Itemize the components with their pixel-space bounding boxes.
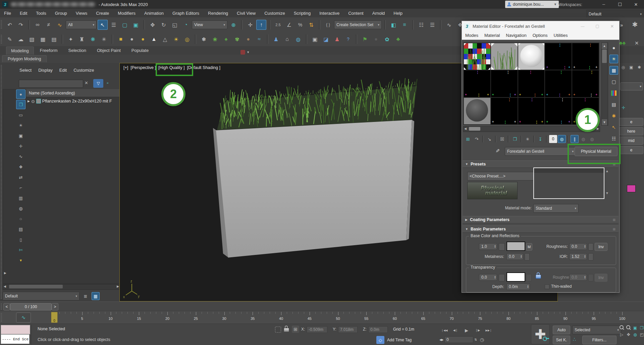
scroll-right-icon[interactable]: ▶ [597,127,599,130]
image-icon[interactable]: ▧ [27,34,37,44]
notes-icon[interactable]: ▯ [16,235,25,244]
reset-map-icon[interactable]: ☒ [498,135,506,143]
primitive-button-fragment[interactable]: e [619,146,643,154]
me-minimize-button[interactable]: — [578,21,588,31]
reference-coordinate-system-dropdown[interactable]: View▾ [192,20,227,29]
display-xrefs-icon[interactable]: ⇄ [16,172,25,182]
material-map-navigator-icon[interactable]: ☷ [609,134,618,143]
me-menu-options[interactable]: Options [533,33,548,38]
column-header-name[interactable]: Name (Sorted Ascending) [26,89,122,97]
material-mode-dropdown[interactable]: Standard▾ [533,204,579,213]
material-sample-slot-11[interactable] [464,98,490,124]
scroll-left-icon[interactable]: ◀ [4,285,6,288]
scroll-down-icon[interactable]: ▼ [605,191,609,195]
chevron-right-icon[interactable]: » [107,81,108,85]
me-menu-material[interactable]: Material [484,33,500,38]
material-sample-slot-9[interactable]: ¦++¦ [545,70,572,97]
selected-key-set-dropdown[interactable]: Selected▾ [572,326,621,334]
display-spacewarps-icon[interactable]: ∿ [16,152,25,161]
key-filters-button[interactable]: Filters... [582,336,616,344]
keyboard-shortcut-override-icon[interactable]: ↑ [256,20,266,30]
select-and-place-icon[interactable]: ◔ [181,20,191,30]
base-weight-map-button[interactable] [499,243,505,251]
tab-polygon-modeling[interactable]: Polygon Modeling [2,55,47,62]
named-selection-set-dropdown[interactable]: Create Selection Set▾ [334,20,382,29]
search-input[interactable] [19,80,83,88]
pan-icon[interactable]: ✥ [625,331,632,338]
get-material-icon[interactable]: ⊞ [464,135,472,143]
display-shapes-icon[interactable]: ▭ [16,110,25,120]
menu-item-views[interactable]: Views [76,11,87,16]
zoom-icon[interactable] [619,325,625,331]
menu-item-rendering[interactable]: Rendering [208,11,228,16]
primitive-button-fragment[interactable]: here [619,127,643,135]
go-to-parent-icon[interactable]: ◍ [579,135,587,143]
pyramid-primitive-icon[interactable]: △ [160,34,170,44]
menu-item-animation[interactable]: Animation [144,11,164,16]
menu-item-arnold[interactable]: Arnold [372,11,385,16]
metalness-spinner[interactable]: 0.0▲▼ [506,253,523,260]
transparency-roughness-spinner[interactable]: 0.0▲▼ [569,274,587,281]
ribbon-tab-populate[interactable]: Populate [127,47,153,55]
menu-item-civil-view[interactable]: Civil View [237,11,256,16]
roughness-spinner[interactable]: 0.0▲▼ [569,243,587,250]
material-sample-slot-14[interactable]: ¦++¦ [545,98,572,124]
rollout-basic-parameters[interactable]: ▼ Basic Parameters ▦ [463,225,619,233]
display-cameras-icon[interactable]: ▣ [16,131,25,140]
spinner-icon[interactable]: ⇅ [474,338,477,341]
display-helpers-icon[interactable]: ✛ [16,141,25,151]
water-icon[interactable]: ≈ [254,34,264,44]
explorer-menu-select[interactable]: Select [19,68,32,73]
window-crossing-toggle-icon[interactable]: ▣ [131,20,141,30]
autogrid-icon[interactable]: ✛ [622,105,625,110]
menu-item-edit[interactable]: Edit [20,11,27,16]
clear-search-icon[interactable]: ✕ [85,80,88,85]
pine-tree-icon[interactable]: ♣ [393,34,403,44]
material-sample-slot-10[interactable]: ¦++¦ [572,70,599,97]
scrollbar-thumb[interactable] [469,127,480,131]
go-to-start-icon[interactable]: ❘◀◀ [439,325,449,335]
gears-icon[interactable]: ✳ [99,34,109,44]
building-icon[interactable]: ⌂ [282,34,292,44]
go-to-end-icon[interactable]: ▶▶❘ [484,325,494,335]
align-icon[interactable]: ≡ [399,20,410,30]
menu-item-scripting[interactable]: Scripting [294,11,311,16]
selection-lock-icon[interactable] [284,326,289,332]
user-account-menu[interactable]: dominique.bou...▼ [505,1,559,8]
go-forward-to-sibling-icon[interactable]: ◍ [588,135,596,143]
curve-editor-icon[interactable]: ∿ [444,20,454,30]
base-color-map-button[interactable]: M [526,243,532,251]
display-lights-icon[interactable]: ☀ [16,121,25,130]
blob-primitive-icon[interactable]: ● [127,34,137,44]
track-bar[interactable]: ∿ 0 510152025303540455055606570758085909… [0,311,644,324]
assign-material-to-selection-icon[interactable]: ↘ [485,135,493,143]
object-color-swatch[interactable] [627,185,636,192]
primitive-button-fragment[interactable]: mid [619,137,643,145]
maximize-button[interactable]: ☐ [612,0,628,8]
select-and-scale-icon[interactable]: ◱ [170,20,180,30]
next-frame-icon[interactable]: ❘▶ [473,325,483,335]
grass-icon[interactable]: ✾ [232,34,242,44]
scroll-up-icon[interactable]: ▲ [605,169,609,173]
display-materials-icon[interactable]: ◍ [16,204,25,213]
active-layer-dropdown[interactable]: Default▾ [3,292,79,300]
frame-spinner-icon[interactable]: ◀▶ [439,338,443,341]
me-menu-modes[interactable]: Modes [465,33,478,38]
sort-icon[interactable]: ▤ [16,224,25,234]
material-sample-slot-1[interactable] [464,43,490,70]
cyan-flower-icon[interactable]: ✿ [382,34,392,44]
put-material-to-scene-icon[interactable]: ↷ [473,135,481,143]
menu-item-modifiers[interactable]: Modifiers [118,11,136,16]
use-pivot-point-center-icon[interactable]: ⊕ [228,20,238,30]
filter-button[interactable]: ▽ [93,79,103,88]
put-to-library-icon[interactable]: ↧ [536,135,544,143]
material-sample-slot-13[interactable]: ¦++¦ [518,98,545,124]
select-by-name-icon[interactable]: ☰ [109,20,119,30]
transparency-spinner[interactable]: 0.0▲▼ [479,274,497,281]
layer-stack-icon[interactable]: ≣ [82,292,90,300]
visibility-eye-icon[interactable]: ⊙ [31,99,35,104]
y-coordinate-field[interactable]: 7.018m [338,326,358,333]
material-sample-slot-12[interactable]: ¦++¦ [491,98,518,124]
select-and-manipulate-icon[interactable]: ✛ [245,20,255,30]
mirror-icon[interactable]: ◧ [388,20,398,30]
